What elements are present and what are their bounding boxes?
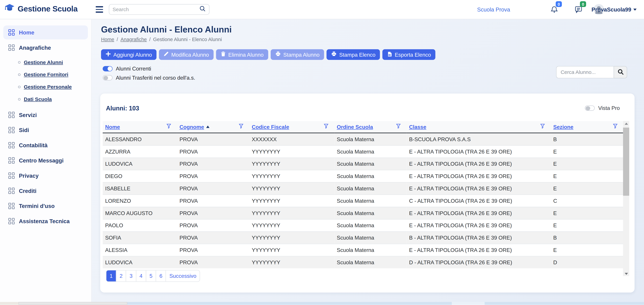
filter-icon[interactable] <box>239 123 244 130</box>
cell-cognome: PROVA <box>177 219 249 232</box>
sidebar-item-contabilita[interactable]: Contabilità <box>3 138 88 152</box>
page-button-2[interactable]: 2 <box>116 270 126 282</box>
sort-ascending-icon <box>206 126 209 128</box>
cerca-alunno-input[interactable] <box>556 66 614 78</box>
modifica-alunno-button[interactable]: Modifica Alunno <box>159 49 214 60</box>
page-button-3[interactable]: 3 <box>126 270 136 282</box>
filter-icon[interactable] <box>396 123 401 130</box>
cell-nome: PAOLO <box>103 219 177 232</box>
aggiungi-alunno-button[interactable]: Aggiungi Alunno <box>101 49 156 60</box>
cell-ordine-scuola: Scuola Materna <box>334 145 406 158</box>
cell-classe: E - ALTRA TIPOLOGIA (TRA 26 E 39 ORE) <box>406 158 551 170</box>
cell-nome: MARCO AUGUSTO <box>103 207 177 219</box>
page-button-6[interactable]: 6 <box>156 270 166 282</box>
sidebar-item-label: Contabilità <box>19 142 48 148</box>
user-menu[interactable]: ProvaScuola99 <box>592 6 636 13</box>
pencil-icon <box>164 51 169 58</box>
sidebar-item-crediti[interactable]: Crediti <box>3 184 88 198</box>
cell-cognome: PROVA <box>177 244 249 256</box>
alunni-trasferiti-toggle[interactable] <box>103 75 112 80</box>
menu-toggle-icon[interactable] <box>96 6 103 13</box>
sidebar-item-gestione-alunni[interactable]: Gestione Alunni <box>0 56 91 68</box>
esporta-elenco-button[interactable]: csv Esporta Elenco <box>382 49 436 60</box>
breadcrumb-home-link[interactable]: Home <box>101 36 114 42</box>
filter-icon[interactable] <box>540 123 545 130</box>
search-icon[interactable] <box>199 5 206 14</box>
sidebar-item-gestione-personale[interactable]: Gestione Personale <box>0 81 91 93</box>
cell-codice-fiscale: YYYYYYYY <box>249 194 334 207</box>
column-header-ordine-scuola[interactable]: Ordine Scuola <box>337 124 373 130</box>
sidebar-item-privacy[interactable]: Privacy <box>3 169 88 183</box>
sidebar: Home Anagrafiche Gestione Alunni Gestion… <box>0 19 92 302</box>
sidebar-item-assistenza-tecnica[interactable]: Assistenza Tecnica <box>3 214 88 228</box>
table-row[interactable]: ALESSANDRO PROVA XXXXXXX Scuola Materna … <box>103 133 624 145</box>
scroll-down-icon[interactable] <box>623 271 629 276</box>
page-button-5[interactable]: 5 <box>146 270 156 282</box>
cell-ordine-scuola: Scuola Materna <box>334 219 406 232</box>
scroll-up-icon[interactable] <box>623 121 629 126</box>
filter-icon[interactable] <box>324 123 328 130</box>
sidebar-item-home[interactable]: Home <box>3 25 88 39</box>
next-page-button[interactable]: Successivo <box>166 270 200 282</box>
table-row[interactable]: LUDOVICA PROVA YYYYYYYY Scuola Materna D… <box>103 256 624 268</box>
messages-button[interactable]: 0 <box>574 5 583 14</box>
cell-codice-fiscale: YYYYYYYY <box>249 182 334 194</box>
submenu-link[interactable]: Gestione Personale <box>24 84 72 90</box>
stampa-alunno-button[interactable]: Stampa Alunno <box>271 49 324 60</box>
sidebar-item-label: Assistenza Tecnica <box>19 218 70 224</box>
cell-ordine-scuola: Scuola Materna <box>334 158 406 170</box>
cell-classe: D - ALTRA TIPOLOGIA (TRA 26 E 39 ORE) <box>406 256 551 268</box>
table-row[interactable]: SOFIA PROVA YYYYYYYY Scuola Materna B - … <box>103 232 624 244</box>
stampa-elenco-button[interactable]: Stampa Elenco <box>326 49 380 60</box>
scrollbar-thumb[interactable] <box>623 128 629 196</box>
table-row[interactable]: PAOLO PROVA YYYYYYYY Scuola Materna E - … <box>103 219 624 232</box>
alunni-correnti-toggle[interactable] <box>103 66 112 71</box>
global-search-input[interactable] <box>112 6 199 12</box>
sidebar-item-dati-scuola[interactable]: Dati Scuola <box>0 93 91 105</box>
app-logo[interactable]: Gestione Scuola <box>4 3 78 15</box>
column-header-nome[interactable]: Nome <box>105 124 120 130</box>
filter-icon[interactable] <box>613 123 618 130</box>
panel-header: Alunni: 103 Vista Pro <box>100 93 634 121</box>
filter-icon[interactable] <box>166 123 171 130</box>
page-button-1[interactable]: 1 <box>106 270 116 282</box>
cell-codice-fiscale: YYYYYYYY <box>249 145 334 158</box>
table-row[interactable]: ISABELLE PROVA YYYYYYYY Scuola Materna E… <box>103 182 624 194</box>
cell-cognome: PROVA <box>177 158 249 170</box>
breadcrumb-anagrafiche-link[interactable]: Anagrafiche <box>120 36 147 42</box>
table-row[interactable]: LORENZO PROVA YYYYYYYY Scuola Materna C … <box>103 194 624 207</box>
sidebar-item-sidi[interactable]: Sidi <box>3 123 88 137</box>
table-row[interactable]: ALESSIA PROVA YYYYYYYY Scuola Materna E … <box>103 244 624 256</box>
column-header-sezione[interactable]: Sezione <box>553 124 574 130</box>
submenu-link[interactable]: Dati Scuola <box>24 96 52 102</box>
table-row[interactable]: LUDOVICA PROVA YYYYYYYY Scuola Materna E… <box>103 158 624 170</box>
submenu-link[interactable]: Gestione Alunni <box>24 59 63 65</box>
table-row[interactable]: MARCO AUGUSTO PROVA YYYYYYYY Scuola Mate… <box>103 207 624 219</box>
cell-ordine-scuola: Scuola Materna <box>334 232 406 244</box>
elimina-alunno-button[interactable]: Elimina Alunno <box>216 49 268 60</box>
grid-icon <box>8 142 15 149</box>
sidebar-item-label: Privacy <box>19 172 39 179</box>
cerca-alunno-search-button[interactable] <box>614 66 627 78</box>
sidebar-item-servizi[interactable]: Servizi <box>3 108 88 122</box>
column-header-codice-fiscale[interactable]: Codice Fiscale <box>252 124 289 130</box>
sidebar-item-label: Sidi <box>19 127 29 133</box>
cell-nome: ALESSANDRO <box>103 133 177 145</box>
toggle-label: Alunni Correnti <box>116 66 151 72</box>
sidebar-item-anagrafiche[interactable]: Anagrafiche <box>3 40 88 55</box>
table-row[interactable]: AZZURRA PROVA YYYYYYYY Scuola Materna E … <box>103 145 624 158</box>
school-name-link[interactable]: Scuola Prova <box>477 6 510 13</box>
table-row[interactable]: DIEGO PROVA YYYYYYYY Scuola Materna E - … <box>103 170 624 182</box>
vista-pro-toggle[interactable] <box>585 105 595 111</box>
sidebar-item-termini-duso[interactable]: Termini d'uso <box>3 199 88 213</box>
sidebar-item-centro-messaggi[interactable]: Centro Messaggi <box>3 154 88 168</box>
column-header-cognome[interactable]: Cognome <box>180 124 204 130</box>
plus-icon <box>106 51 111 58</box>
column-header-classe[interactable]: Classe <box>409 124 426 130</box>
notifications-button[interactable]: 0 <box>550 5 559 14</box>
submenu-link[interactable]: Gestione Fornitori <box>24 72 68 78</box>
page-button-4[interactable]: 4 <box>136 270 146 282</box>
sidebar-item-gestione-fornitori[interactable]: Gestione Fornitori <box>0 68 91 81</box>
table-scrollbar[interactable] <box>623 121 629 276</box>
cell-sezione: B <box>551 232 624 244</box>
